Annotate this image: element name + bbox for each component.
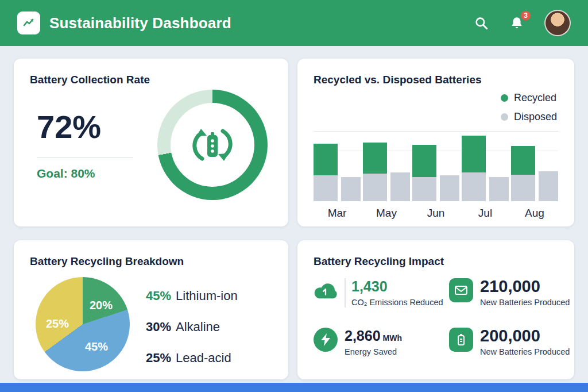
collection-rate-value: 72% (37, 108, 101, 145)
month-label: Jul (462, 207, 509, 220)
disposed-bar (539, 171, 558, 201)
legend-item-alkaline: 30%Alkaline (146, 320, 238, 335)
legend-name: Lead-acid (176, 351, 231, 365)
card-title: Recycled vs. Disposed Batteries (314, 74, 482, 86)
legend-item-lithium-ion: 45%Lithium-ion (146, 289, 238, 303)
search-icon[interactable] (473, 15, 489, 31)
stat-value: 210,000 (480, 278, 570, 294)
base-segment (462, 172, 486, 201)
disposed-bar (390, 172, 410, 201)
footer-accent-bar (0, 383, 588, 392)
stat-label: New Batteries Produced (480, 347, 570, 357)
recycled-segment (412, 145, 436, 177)
stat-new-batteries-top: 210,000 New Batteries Produced (449, 278, 570, 308)
recycled-vs-disposed-card: Recycled vs. Disposed Batteries Recycled… (297, 59, 574, 226)
app-header: Sustainability Dashboard 3 (0, 0, 588, 46)
recycled-segment (363, 143, 387, 174)
legend-name: Lithium-ion (176, 289, 238, 303)
bar-group (314, 144, 361, 201)
lightning-bolt-icon (314, 328, 338, 352)
stat-label: New Batteries Produced (480, 297, 570, 308)
bar-chart-legend: Recycled Disposed (501, 92, 557, 123)
cloud-icon (314, 278, 338, 302)
divider (314, 131, 558, 132)
battery-icon (449, 328, 473, 352)
collection-goal: Goal: 80% (37, 167, 95, 180)
month-label: Jun (412, 207, 459, 220)
base-segment (363, 174, 387, 201)
card-title: Battery Collection Rate (30, 74, 150, 86)
donut-center (171, 103, 254, 187)
stat-label: Energy Saved (345, 347, 402, 357)
stat-energy-saved: 2,860MWh Energy Saved (314, 328, 402, 357)
stat-new-batteries-bottom: 200,000 New Batteries Produced (449, 328, 570, 357)
app-logo (17, 11, 40, 34)
recycling-impact-card: Battery Recycling Impact 1,430 CO₂ Emiss… (297, 240, 574, 379)
recycled-bar (412, 145, 436, 201)
page-title: Sustainability Dashboard (49, 14, 231, 32)
disposed-bar (489, 177, 509, 201)
notification-badge: 3 (521, 11, 531, 20)
disposed-bar (341, 177, 361, 201)
collection-donut (157, 90, 268, 200)
month-label: Aug (511, 207, 558, 220)
recycled-bar (314, 144, 338, 201)
battery-collection-rate-card: Battery Collection Rate 72% Goal: 80% (14, 59, 288, 226)
breakdown-pie: 20% 45% 25% (36, 277, 130, 371)
recycled-segment (314, 144, 338, 175)
divider (37, 157, 133, 158)
stat-unit: MWh (383, 333, 402, 343)
bar-group (412, 145, 459, 201)
bar-group (511, 146, 558, 201)
recycled-segment (462, 136, 486, 172)
bar-group (363, 143, 410, 201)
legend-pct: 25% (146, 351, 171, 365)
pie-slice-label: 45% (85, 340, 108, 353)
recycled-bar (363, 143, 387, 201)
legend-name: Alkaline (176, 320, 220, 334)
battery-recycle-icon (186, 118, 239, 171)
recycled-bar (462, 136, 486, 201)
stat-label: CO₂ Emissions Reduced (351, 297, 443, 308)
x-axis-labels: Mar May Jun Jul Aug (314, 207, 558, 220)
legend-item-disposed: Disposed (501, 111, 557, 123)
pie-legend: 45%Lithium-ion 30%Alkaline 25%Lead-acid (146, 289, 238, 366)
envelope-icon (449, 278, 473, 302)
stat-co2-emissions: 1,430 CO₂ Emissions Reduced (314, 278, 443, 308)
stat-value: 2,860 (345, 328, 381, 344)
pie-slice-label: 20% (90, 299, 113, 312)
stat-value: 1,430 (351, 278, 443, 294)
bar-chart (314, 132, 558, 201)
recycled-legend-dot (501, 94, 508, 102)
bar-group (462, 136, 509, 201)
notifications-bell-icon[interactable]: 3 (509, 15, 525, 31)
legend-label: Disposed (514, 111, 557, 123)
recycling-breakdown-card: Battery Recycling Breakdown 20% 45% 25% … (14, 240, 288, 379)
stat-value-row: 2,860MWh (345, 328, 402, 344)
recycled-segment (511, 146, 535, 175)
legend-pct: 45% (146, 289, 171, 303)
month-label: Mar (314, 207, 361, 220)
base-segment (511, 175, 535, 201)
disposed-bar (440, 175, 459, 201)
recycled-bar (511, 146, 535, 201)
user-avatar[interactable] (544, 10, 571, 36)
legend-label: Recycled (514, 92, 556, 104)
base-segment (314, 175, 338, 201)
stat-value: 200,000 (480, 328, 570, 344)
legend-item-recycled: Recycled (501, 92, 556, 104)
base-segment (412, 177, 436, 201)
disposed-legend-dot (501, 113, 508, 121)
card-title: Battery Recycling Breakdown (30, 255, 184, 268)
pie-slice-label: 25% (46, 317, 69, 330)
month-label: May (363, 207, 410, 220)
trend-arrow-icon (22, 16, 36, 30)
card-title: Battery Recycling Impact (314, 255, 444, 268)
legend-item-lead-acid: 25%Lead-acid (146, 351, 238, 366)
legend-pct: 30% (146, 320, 171, 334)
